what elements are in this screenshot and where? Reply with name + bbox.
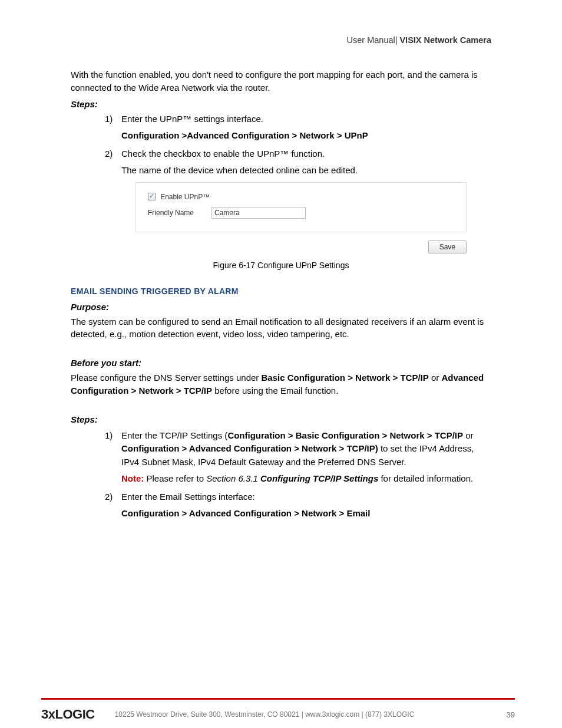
list-item: 2) Enter the Email Settings interface: — [105, 490, 491, 504]
step2-sub: The name of the device when detected onl… — [121, 164, 491, 177]
note-pre: Please refer to — [144, 473, 206, 483]
note-section: Section 6.3.1 — [206, 473, 260, 483]
purpose-text: The system can be configured to send an … — [71, 315, 491, 341]
step-text: Enter the UPnP™ settings interface. — [121, 113, 491, 126]
s2s1-mid: or — [463, 430, 474, 440]
note-label: Note: — [121, 473, 144, 483]
step-number: 2) — [105, 147, 121, 161]
before-pre: Please configure the DNS Server settings… — [71, 373, 262, 383]
step-text: Enter the Email Settings interface: — [121, 490, 491, 504]
step-text: Enter the TCP/IP Settings (Configuration… — [121, 429, 491, 469]
steps2-heading: Steps: — [71, 414, 491, 424]
s2s1-b2: Configuration > Advanced Configuration >… — [121, 443, 378, 453]
friendly-name-input[interactable] — [211, 207, 306, 219]
enable-upnp-checkbox[interactable] — [148, 193, 156, 200]
list-item: 1) Enter the TCP/IP Settings (Configurat… — [105, 429, 491, 469]
page-header: User Manual| VISIX Network Camera — [71, 35, 491, 45]
footer-address: 10225 Westmoor Drive, Suite 300, Westmin… — [95, 710, 507, 719]
figure-caption-text: Configure UPnP Settings — [257, 261, 349, 270]
step-number: 1) — [105, 113, 121, 126]
before-path1: Basic Configuration > Network > TCP/IP — [262, 373, 429, 383]
list-item: 1) Enter the UPnP™ settings interface. — [105, 113, 491, 126]
step-number: 1) — [105, 429, 121, 469]
before-text: Please configure the DNS Server settings… — [71, 371, 491, 397]
purpose-heading: Purpose: — [71, 302, 491, 312]
save-row: Save — [135, 241, 467, 253]
steps2-list: 2) Enter the Email Settings interface: — [105, 490, 491, 504]
page-footer: 3xLOGIC 10225 Westmoor Drive, Suite 300,… — [0, 698, 562, 722]
step1-path: Configuration >Advanced Configuration > … — [121, 129, 491, 143]
note-post: for detailed information. — [378, 473, 473, 483]
step-text: Check the checkbox to enable the UPnP™ f… — [121, 147, 491, 161]
upnp-enable-row: Enable UPnP™ — [148, 191, 454, 201]
note-title: Configuring TCP/IP Settings — [260, 473, 378, 483]
steps-heading: Steps: — [71, 99, 491, 109]
steps-list: 2) Check the checkbox to enable the UPnP… — [105, 147, 491, 161]
save-button[interactable]: Save — [428, 241, 467, 253]
friendly-name-row: Friendly Name — [148, 207, 454, 219]
header-left: User Manual — [347, 35, 395, 45]
enable-upnp-label: Enable UPnP™ — [160, 193, 210, 201]
step-number: 2) — [105, 490, 121, 504]
intro-paragraph: With the function enabled, you don't nee… — [71, 68, 491, 94]
before-heading: Before you start: — [71, 358, 491, 368]
friendly-name-label: Friendly Name — [148, 209, 211, 217]
footer-page-number: 39 — [507, 710, 515, 719]
before-mid: or — [429, 373, 442, 383]
figure-caption-prefix: Figure 6-17 — [213, 261, 257, 270]
footer-divider — [41, 698, 515, 700]
footer-logo: 3xLOGIC — [41, 707, 95, 722]
section-title: EMAIL SENDING TRIGGERED BY ALARM — [71, 286, 491, 296]
upnp-settings-panel: Enable UPnP™ Friendly Name — [135, 182, 467, 232]
header-right: VISIX Network Camera — [399, 35, 491, 45]
upnp-figure: Enable UPnP™ Friendly Name Save — [135, 182, 491, 253]
note-line: Note: Please refer to Section 6.3.1 Conf… — [121, 472, 491, 486]
steps-list: 1) Enter the UPnP™ settings interface. — [105, 113, 491, 126]
steps2-list: 1) Enter the TCP/IP Settings (Configurat… — [105, 429, 491, 469]
s2s1-pre: Enter the TCP/IP Settings ( — [121, 430, 227, 440]
figure-caption: Figure 6-17 Configure UPnP Settings — [71, 261, 491, 270]
s2s1-b1: Configuration > Basic Configuration > Ne… — [227, 430, 463, 440]
before-post: before using the Email function. — [212, 386, 338, 396]
s2s2-path: Configuration > Advanced Configuration >… — [121, 507, 491, 521]
list-item: 2) Check the checkbox to enable the UPnP… — [105, 147, 491, 161]
header-pipe: | — [395, 35, 398, 45]
